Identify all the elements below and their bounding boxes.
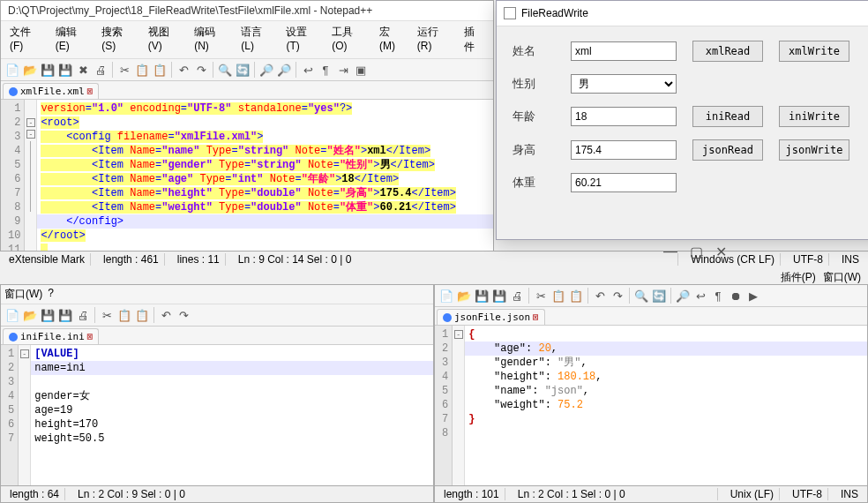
menu-edit[interactable]: 编辑(E) — [50, 23, 94, 56]
input-weight[interactable] — [571, 173, 677, 192]
menu-plugins-2[interactable]: 插件(P) — [781, 270, 816, 285]
menu-help[interactable]: ? — [48, 287, 54, 302]
menu-run[interactable]: 运行(R) — [412, 23, 457, 56]
label-name: 姓名 — [513, 43, 555, 59]
find-icon[interactable]: 🔍 — [633, 288, 649, 304]
new-file-icon[interactable]: 📄 — [4, 62, 20, 78]
show-all-icon[interactable]: ¶ — [318, 62, 333, 78]
undo-icon[interactable]: ↶ — [158, 307, 174, 323]
save-all-icon[interactable]: 💾 — [57, 62, 73, 78]
zoom-in-icon[interactable]: 🔎 — [258, 62, 274, 78]
tab-close-icon[interactable]: ⊠ — [533, 312, 539, 323]
close-icon[interactable]: ✖ — [75, 62, 91, 78]
open-icon[interactable]: 📂 — [22, 307, 38, 323]
input-height[interactable] — [571, 140, 677, 160]
menu-encoding[interactable]: 编码(N) — [189, 23, 234, 56]
zoom-in-icon[interactable]: 🔎 — [675, 288, 691, 304]
button-iniread[interactable]: iniRead — [692, 106, 763, 127]
app-icon — [504, 7, 516, 19]
save-all-icon[interactable]: 💾 — [57, 307, 73, 323]
open-icon[interactable]: 📂 — [22, 62, 38, 78]
find-icon[interactable]: 🔍 — [217, 62, 233, 78]
button-jsonwrite[interactable]: jsonWrite — [779, 139, 849, 161]
open-icon[interactable]: 📂 — [456, 288, 472, 304]
menu-window-2[interactable]: 窗口(W) — [823, 270, 861, 285]
select-gender[interactable]: 男 — [571, 74, 677, 94]
menu-search[interactable]: 搜索(S) — [96, 23, 140, 56]
notepad-plus-plus-window: D:\QT\Project\my_Project\18_FileReadWrit… — [0, 0, 494, 259]
undo-icon[interactable]: ↶ — [592, 288, 608, 304]
code-content[interactable]: version="1.0" encoding="UTF-8" standalon… — [37, 100, 493, 259]
replace-icon[interactable]: 🔄 — [235, 62, 251, 78]
menu-tools[interactable]: 工具(O) — [326, 23, 372, 56]
ini-editor[interactable]: 1234567 - [VALUE] name=ini gender=女 age=… — [1, 345, 433, 485]
print-icon[interactable]: 🖨 — [75, 307, 91, 323]
undo-icon[interactable]: ↶ — [176, 62, 191, 78]
input-age[interactable] — [571, 107, 677, 126]
menu-language[interactable]: 语言(L) — [236, 23, 279, 56]
paste-icon[interactable]: 📋 — [134, 307, 150, 323]
tab-jsonfile[interactable]: jsonFile.json ⊠ — [437, 309, 545, 325]
save-icon[interactable]: 💾 — [40, 307, 56, 323]
menu-settings[interactable]: 设置(T) — [281, 23, 325, 56]
save-icon[interactable]: 💾 — [474, 288, 490, 304]
wordwrap-icon[interactable]: ↩ — [300, 62, 316, 78]
new-file-icon[interactable]: 📄 — [4, 307, 20, 323]
copy-icon[interactable]: 📋 — [134, 62, 150, 78]
wordwrap-icon[interactable]: ↩ — [692, 288, 708, 304]
fold-column[interactable]: - — [19, 345, 31, 485]
tab-label: jsonFile.json — [454, 312, 530, 323]
tab-close-icon[interactable]: ⊠ — [87, 86, 94, 97]
save-all-icon[interactable]: 💾 — [491, 288, 507, 304]
save-icon[interactable]: 💾 — [40, 62, 56, 78]
tab-inifile[interactable]: iniFile.ini ⊠ — [3, 328, 99, 344]
button-xmlread[interactable]: xmlRead — [692, 41, 763, 62]
fold-column[interactable]: - - — [25, 100, 37, 259]
indent-icon[interactable]: ⇥ — [335, 62, 351, 78]
maximize-icon[interactable]: ▢ — [690, 244, 703, 260]
main-toolbar: 📄 📂 💾 💾 ✖ 🖨 ✂ 📋 📋 ↶ ↷ 🔍 🔄 🔎 🔎 ↩ ¶ ⇥ ▣ — [1, 59, 493, 81]
replace-icon[interactable]: 🔄 — [651, 288, 667, 304]
dialog-titlebar[interactable]: FileReadWrite — ▢ ✕ — [497, 1, 868, 26]
cut-icon[interactable]: ✂ — [533, 288, 549, 304]
menu-view[interactable]: 视图(V) — [143, 23, 187, 56]
copy-icon[interactable]: 📋 — [116, 307, 132, 323]
button-jsonread[interactable]: jsonRead — [692, 139, 763, 161]
redo-icon[interactable]: ↷ — [193, 62, 209, 78]
show-all-icon[interactable]: ¶ — [710, 288, 726, 304]
print-icon[interactable]: 🖨 — [509, 288, 525, 304]
fold-icon[interactable]: ▣ — [353, 62, 369, 78]
menu-window[interactable]: 窗口(W) — [4, 287, 42, 302]
print-icon[interactable]: 🖨 — [93, 62, 108, 78]
button-iniwrite[interactable]: iniWrite — [779, 106, 849, 127]
copy-icon[interactable]: 📋 — [550, 288, 566, 304]
cut-icon[interactable]: ✂ — [116, 62, 132, 78]
line-gutter: 12345678 — [435, 326, 453, 485]
cut-icon[interactable]: ✂ — [99, 307, 115, 323]
tab-xmlfile[interactable]: xmlFile.xml ⊠ — [3, 83, 99, 99]
new-file-icon[interactable]: 📄 — [438, 288, 454, 304]
menu-macro[interactable]: 宏(M) — [374, 23, 410, 56]
fold-column[interactable]: - — [453, 326, 465, 485]
json-toolbar: 📄 📂 💾 💾 🖨 ✂ 📋 📋 ↶ ↷ 🔍 🔄 🔎 ↩ ¶ ⏺ ▶ — [435, 285, 867, 307]
code-content[interactable]: { "age": 20, "gender": "男", "height": 18… — [465, 326, 867, 485]
json-status: length : 101 Ln : 2 Col : 1 Sel : 0 | 0 … — [435, 485, 867, 502]
redo-icon[interactable]: ↷ — [176, 307, 191, 323]
code-content[interactable]: [VALUE] name=ini gender=女 age=19 height=… — [31, 345, 433, 485]
zoom-out-icon[interactable]: 🔎 — [276, 62, 292, 78]
status-length: length : 64 — [4, 488, 65, 500]
menu-plugins[interactable]: 插件 — [459, 23, 490, 56]
close-icon[interactable]: ✕ — [715, 244, 727, 260]
button-xmlwrite[interactable]: xmlWrite — [779, 41, 849, 62]
json-editor[interactable]: 12345678 - { "age": 20, "gender": "男", "… — [435, 326, 867, 485]
menu-file[interactable]: 文件(F) — [4, 23, 49, 56]
record-icon[interactable]: ⏺ — [728, 288, 744, 304]
tab-close-icon[interactable]: ⊠ — [87, 331, 94, 342]
redo-icon[interactable]: ↷ — [610, 288, 625, 304]
play-icon[interactable]: ▶ — [745, 288, 761, 304]
minimize-icon[interactable]: — — [663, 244, 677, 260]
paste-icon[interactable]: 📋 — [568, 288, 584, 304]
xml-editor[interactable]: 1234567891011 - - version="1.0" encoding… — [1, 100, 493, 259]
input-name[interactable] — [571, 41, 677, 61]
paste-icon[interactable]: 📋 — [152, 62, 168, 78]
